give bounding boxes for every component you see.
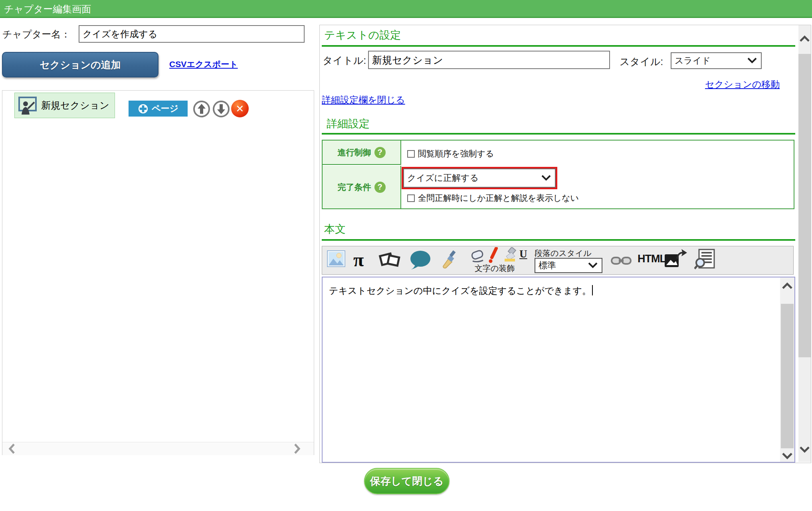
title-input[interactable] (368, 51, 610, 69)
show-answer-checkbox[interactable] (407, 194, 415, 202)
body-rule (322, 239, 795, 241)
shapes-icon[interactable] (378, 250, 401, 269)
insert-image-icon[interactable] (327, 250, 345, 267)
eraser-icon[interactable] (469, 248, 486, 264)
completion-condition-value: クイズに正解する (407, 172, 479, 184)
scroll-left-icon[interactable] (8, 443, 16, 454)
panel-scrollbar-thumb[interactable] (798, 54, 811, 357)
panel-scroll-down-icon[interactable] (799, 446, 810, 453)
body-text-editor[interactable]: テキストセクションの中にクイズを設定することができます。 (322, 277, 795, 463)
add-section-button[interactable]: セクションの追加 (2, 52, 158, 77)
section-item-label: 新規セクション (41, 99, 109, 112)
body-heading: 本文 (324, 222, 346, 236)
editor-toolbar: π U (322, 246, 794, 275)
paintbrush-icon[interactable] (440, 250, 458, 269)
show-answer-label: 全問正解時にしか正解と解説を表示しない (418, 192, 579, 204)
style-select[interactable]: スライド (671, 52, 762, 69)
chapter-name-input[interactable] (79, 25, 305, 43)
math-formula-icon[interactable]: π (353, 249, 364, 271)
add-page-button[interactable]: ページ (129, 101, 188, 117)
text-settings-heading: テキストの設定 (324, 28, 401, 42)
editor-scrollbar-thumb[interactable] (781, 304, 794, 448)
progress-control-header-cell: 進行制御 ? (323, 141, 401, 165)
left-horizontal-scrollbar[interactable] (2, 442, 314, 455)
html-icon[interactable]: HTML (638, 253, 666, 265)
force-order-checkbox[interactable] (407, 150, 415, 158)
chevron-down-icon (588, 260, 598, 271)
show-answer-row: 全問正解時にしか正解と解説を表示しない (407, 192, 579, 204)
link-icon[interactable] (610, 255, 632, 266)
scroll-right-icon[interactable] (293, 443, 301, 454)
editor-scroll-down-icon[interactable] (782, 452, 793, 460)
force-order-row: 閲覧順序を強制する (407, 148, 494, 159)
plus-icon (138, 103, 149, 114)
page-title: チャプター編集画面 (0, 0, 812, 18)
chevron-down-icon (747, 55, 757, 66)
move-section-link[interactable]: セクションの移動 (705, 78, 780, 91)
heading-rule (322, 45, 795, 47)
details-table: 進行制御 ? 閲覧順序を強制する 完了条件 ? クイズに正解する 全問正解時にし… (322, 140, 794, 209)
red-pen-icon[interactable] (487, 247, 499, 263)
add-page-label: ページ (152, 103, 178, 115)
details-heading: 詳細設定 (327, 117, 370, 131)
delete-section-icon[interactable]: ✕ (231, 100, 249, 117)
chevron-down-icon (541, 173, 551, 183)
editor-scrollbar[interactable] (780, 277, 794, 462)
csv-export-link[interactable]: CSVエクスポート (169, 59, 238, 70)
paragraph-style-label: 段落のスタイル (535, 248, 591, 259)
text-cursor (592, 285, 593, 295)
char-decoration-label: 文字の装飾 (475, 263, 515, 274)
section-type-icon (18, 96, 37, 115)
style-label: スタイル: (620, 55, 663, 68)
preview-search-icon[interactable] (694, 249, 716, 269)
help-icon[interactable]: ? (374, 182, 386, 193)
force-order-label: 閲覧順序を強制する (418, 148, 494, 159)
speech-bubble-icon[interactable] (409, 250, 432, 269)
editor-scroll-up-icon[interactable] (782, 282, 793, 289)
section-item[interactable]: 新規セクション (14, 93, 115, 118)
chapter-name-label: チャプター名： (2, 28, 70, 41)
completion-condition-highlight: クイズに正解する (402, 167, 557, 189)
help-icon[interactable]: ? (374, 147, 386, 158)
progress-control-label: 進行制御 (338, 147, 371, 158)
close-details-link[interactable]: 詳細設定欄を閉じる (322, 94, 405, 106)
body-text: テキストセクションの中にクイズを設定することができます。 (329, 285, 591, 296)
completion-condition-label: 完了条件 (338, 182, 371, 193)
style-select-value: スライド (675, 55, 711, 67)
details-rule (322, 133, 795, 135)
completion-condition-header-cell: 完了条件 ? (323, 166, 401, 208)
title-label: タイトル: (323, 54, 366, 67)
paragraph-style-select[interactable]: 標準 (535, 258, 602, 273)
paste-image-icon[interactable] (664, 249, 687, 269)
highlighter-icon[interactable] (503, 247, 518, 262)
save-and-close-button[interactable]: 保存して閉じる (364, 468, 450, 494)
underline-icon[interactable]: U (519, 248, 527, 260)
panel-scroll-up-icon[interactable] (799, 35, 810, 42)
paragraph-style-value: 標準 (539, 259, 556, 271)
section-list-panel (2, 90, 314, 455)
move-up-icon[interactable] (192, 100, 211, 120)
panel-scrollbar[interactable] (798, 25, 811, 462)
move-down-icon[interactable] (212, 100, 230, 120)
completion-condition-select[interactable]: クイズに正解する (403, 168, 556, 188)
